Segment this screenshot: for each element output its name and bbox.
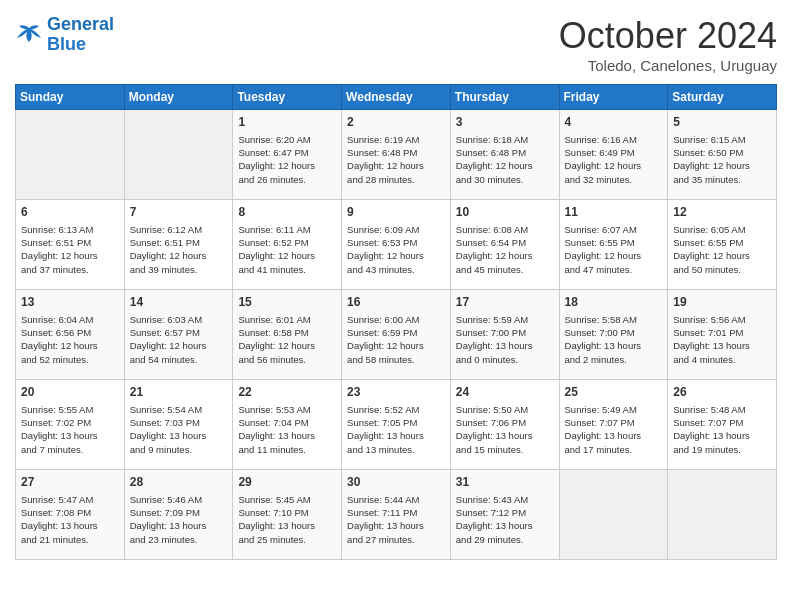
day-info: Sunrise: 6:07 AM Sunset: 6:55 PM Dayligh… <box>565 223 663 276</box>
calendar-cell: 14Sunrise: 6:03 AM Sunset: 6:57 PM Dayli… <box>124 290 233 380</box>
day-number: 11 <box>565 204 663 221</box>
calendar-cell <box>668 470 777 560</box>
day-number: 18 <box>565 294 663 311</box>
day-info: Sunrise: 6:11 AM Sunset: 6:52 PM Dayligh… <box>238 223 336 276</box>
calendar-body: 1Sunrise: 6:20 AM Sunset: 6:47 PM Daylig… <box>16 110 777 560</box>
day-info: Sunrise: 6:15 AM Sunset: 6:50 PM Dayligh… <box>673 133 771 186</box>
calendar-cell: 22Sunrise: 5:53 AM Sunset: 7:04 PM Dayli… <box>233 380 342 470</box>
day-info: Sunrise: 5:58 AM Sunset: 7:00 PM Dayligh… <box>565 313 663 366</box>
calendar-week-row: 1Sunrise: 6:20 AM Sunset: 6:47 PM Daylig… <box>16 110 777 200</box>
day-info: Sunrise: 6:03 AM Sunset: 6:57 PM Dayligh… <box>130 313 228 366</box>
calendar-cell: 13Sunrise: 6:04 AM Sunset: 6:56 PM Dayli… <box>16 290 125 380</box>
logo: General Blue <box>15 15 114 55</box>
day-number: 6 <box>21 204 119 221</box>
day-number: 23 <box>347 384 445 401</box>
day-number: 15 <box>238 294 336 311</box>
day-info: Sunrise: 6:05 AM Sunset: 6:55 PM Dayligh… <box>673 223 771 276</box>
day-info: Sunrise: 5:55 AM Sunset: 7:02 PM Dayligh… <box>21 403 119 456</box>
day-number: 20 <box>21 384 119 401</box>
day-info: Sunrise: 5:46 AM Sunset: 7:09 PM Dayligh… <box>130 493 228 546</box>
day-number: 22 <box>238 384 336 401</box>
day-number: 17 <box>456 294 554 311</box>
calendar-cell: 25Sunrise: 5:49 AM Sunset: 7:07 PM Dayli… <box>559 380 668 470</box>
day-info: Sunrise: 6:19 AM Sunset: 6:48 PM Dayligh… <box>347 133 445 186</box>
day-info: Sunrise: 6:18 AM Sunset: 6:48 PM Dayligh… <box>456 133 554 186</box>
calendar-week-row: 27Sunrise: 5:47 AM Sunset: 7:08 PM Dayli… <box>16 470 777 560</box>
calendar-week-row: 6Sunrise: 6:13 AM Sunset: 6:51 PM Daylig… <box>16 200 777 290</box>
day-number: 5 <box>673 114 771 131</box>
day-info: Sunrise: 6:20 AM Sunset: 6:47 PM Dayligh… <box>238 133 336 186</box>
calendar-cell: 27Sunrise: 5:47 AM Sunset: 7:08 PM Dayli… <box>16 470 125 560</box>
day-number: 2 <box>347 114 445 131</box>
weekday-label: Friday <box>559 85 668 110</box>
calendar-cell: 24Sunrise: 5:50 AM Sunset: 7:06 PM Dayli… <box>450 380 559 470</box>
day-info: Sunrise: 6:08 AM Sunset: 6:54 PM Dayligh… <box>456 223 554 276</box>
day-number: 9 <box>347 204 445 221</box>
month-title: October 2024 <box>559 15 777 57</box>
calendar-cell: 3Sunrise: 6:18 AM Sunset: 6:48 PM Daylig… <box>450 110 559 200</box>
calendar-cell <box>124 110 233 200</box>
weekday-label: Saturday <box>668 85 777 110</box>
day-info: Sunrise: 5:44 AM Sunset: 7:11 PM Dayligh… <box>347 493 445 546</box>
location: Toledo, Canelones, Uruguay <box>559 57 777 74</box>
day-info: Sunrise: 5:50 AM Sunset: 7:06 PM Dayligh… <box>456 403 554 456</box>
day-number: 1 <box>238 114 336 131</box>
calendar-cell: 28Sunrise: 5:46 AM Sunset: 7:09 PM Dayli… <box>124 470 233 560</box>
calendar-week-row: 20Sunrise: 5:55 AM Sunset: 7:02 PM Dayli… <box>16 380 777 470</box>
day-number: 28 <box>130 474 228 491</box>
day-info: Sunrise: 5:45 AM Sunset: 7:10 PM Dayligh… <box>238 493 336 546</box>
day-number: 13 <box>21 294 119 311</box>
weekday-label: Tuesday <box>233 85 342 110</box>
calendar-cell: 12Sunrise: 6:05 AM Sunset: 6:55 PM Dayli… <box>668 200 777 290</box>
day-info: Sunrise: 5:56 AM Sunset: 7:01 PM Dayligh… <box>673 313 771 366</box>
weekday-label: Wednesday <box>342 85 451 110</box>
calendar-cell: 23Sunrise: 5:52 AM Sunset: 7:05 PM Dayli… <box>342 380 451 470</box>
day-number: 12 <box>673 204 771 221</box>
calendar-cell: 9Sunrise: 6:09 AM Sunset: 6:53 PM Daylig… <box>342 200 451 290</box>
calendar-cell: 16Sunrise: 6:00 AM Sunset: 6:59 PM Dayli… <box>342 290 451 380</box>
calendar-cell <box>16 110 125 200</box>
day-number: 7 <box>130 204 228 221</box>
calendar-cell: 19Sunrise: 5:56 AM Sunset: 7:01 PM Dayli… <box>668 290 777 380</box>
calendar-week-row: 13Sunrise: 6:04 AM Sunset: 6:56 PM Dayli… <box>16 290 777 380</box>
calendar-cell: 8Sunrise: 6:11 AM Sunset: 6:52 PM Daylig… <box>233 200 342 290</box>
calendar-cell: 18Sunrise: 5:58 AM Sunset: 7:00 PM Dayli… <box>559 290 668 380</box>
day-info: Sunrise: 5:52 AM Sunset: 7:05 PM Dayligh… <box>347 403 445 456</box>
calendar-cell: 26Sunrise: 5:48 AM Sunset: 7:07 PM Dayli… <box>668 380 777 470</box>
calendar-cell: 6Sunrise: 6:13 AM Sunset: 6:51 PM Daylig… <box>16 200 125 290</box>
day-info: Sunrise: 6:16 AM Sunset: 6:49 PM Dayligh… <box>565 133 663 186</box>
page-header: General Blue October 2024 Toledo, Canelo… <box>15 15 777 74</box>
day-info: Sunrise: 6:01 AM Sunset: 6:58 PM Dayligh… <box>238 313 336 366</box>
calendar-cell: 31Sunrise: 5:43 AM Sunset: 7:12 PM Dayli… <box>450 470 559 560</box>
calendar-cell: 4Sunrise: 6:16 AM Sunset: 6:49 PM Daylig… <box>559 110 668 200</box>
day-info: Sunrise: 5:59 AM Sunset: 7:00 PM Dayligh… <box>456 313 554 366</box>
calendar-cell: 17Sunrise: 5:59 AM Sunset: 7:00 PM Dayli… <box>450 290 559 380</box>
day-number: 24 <box>456 384 554 401</box>
calendar-cell: 21Sunrise: 5:54 AM Sunset: 7:03 PM Dayli… <box>124 380 233 470</box>
day-info: Sunrise: 6:12 AM Sunset: 6:51 PM Dayligh… <box>130 223 228 276</box>
weekday-label: Sunday <box>16 85 125 110</box>
day-number: 21 <box>130 384 228 401</box>
day-number: 10 <box>456 204 554 221</box>
calendar-cell: 5Sunrise: 6:15 AM Sunset: 6:50 PM Daylig… <box>668 110 777 200</box>
day-info: Sunrise: 5:53 AM Sunset: 7:04 PM Dayligh… <box>238 403 336 456</box>
title-block: October 2024 Toledo, Canelones, Uruguay <box>559 15 777 74</box>
day-number: 8 <box>238 204 336 221</box>
day-number: 14 <box>130 294 228 311</box>
day-info: Sunrise: 5:54 AM Sunset: 7:03 PM Dayligh… <box>130 403 228 456</box>
day-number: 31 <box>456 474 554 491</box>
day-number: 29 <box>238 474 336 491</box>
day-number: 16 <box>347 294 445 311</box>
day-info: Sunrise: 6:09 AM Sunset: 6:53 PM Dayligh… <box>347 223 445 276</box>
logo-bird-icon <box>15 24 43 46</box>
calendar-cell: 10Sunrise: 6:08 AM Sunset: 6:54 PM Dayli… <box>450 200 559 290</box>
logo-text: General Blue <box>47 15 114 55</box>
day-info: Sunrise: 6:04 AM Sunset: 6:56 PM Dayligh… <box>21 313 119 366</box>
day-number: 25 <box>565 384 663 401</box>
calendar-cell: 15Sunrise: 6:01 AM Sunset: 6:58 PM Dayli… <box>233 290 342 380</box>
calendar-table: SundayMondayTuesdayWednesdayThursdayFrid… <box>15 84 777 560</box>
weekday-header-row: SundayMondayTuesdayWednesdayThursdayFrid… <box>16 85 777 110</box>
day-info: Sunrise: 5:43 AM Sunset: 7:12 PM Dayligh… <box>456 493 554 546</box>
day-number: 27 <box>21 474 119 491</box>
day-number: 4 <box>565 114 663 131</box>
